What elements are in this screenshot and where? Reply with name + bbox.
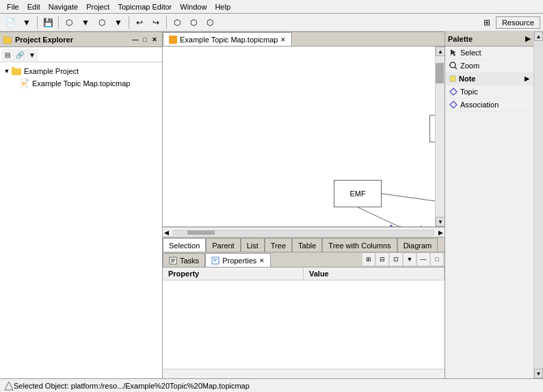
bottom-btn1[interactable]: ⊞ (362, 253, 375, 265)
vscroll-track[interactable] (436, 56, 445, 217)
palette-section-note[interactable]: Note ▶ (445, 73, 533, 86)
palette-menu-btn[interactable]: ▶ (525, 35, 531, 42)
palette-item-association[interactable]: Association (445, 99, 533, 112)
hscroll-track[interactable] (173, 230, 434, 235)
property-col-header: Property (163, 267, 304, 280)
hscroll-right-btn[interactable]: ▶ (437, 229, 445, 236)
svg-rect-1 (3, 36, 7, 38)
explorer-maximize-btn[interactable]: □ (140, 35, 150, 44)
toolbar-btn3[interactable]: ⬡ (62, 15, 77, 30)
toolbar-btn7[interactable]: ⬡ (170, 15, 185, 30)
association-icon (449, 101, 458, 109)
canvas-tab-selection[interactable]: Selection (163, 238, 206, 252)
canvas-tab-list[interactable]: List (241, 238, 265, 252)
canvas-tab-table[interactable]: Table (292, 238, 322, 252)
menu-window[interactable]: Window (176, 1, 211, 12)
canvas-tab-tree-columns[interactable]: Tree with Columns (322, 238, 397, 252)
bottom-tab-tasks[interactable]: Tasks (163, 253, 205, 267)
toolbar-redo-btn[interactable]: ↪ (148, 15, 163, 30)
svg-marker-25 (450, 101, 457, 108)
node-emf[interactable]: EMF (334, 180, 382, 207)
menu-bar: File Edit Navigate Project Topicmap Edit… (0, 0, 543, 14)
menu-file[interactable]: File (3, 1, 23, 12)
project-folder-icon (11, 66, 22, 77)
menu-navigate[interactable]: Navigate (44, 1, 82, 12)
bottom-panel: Tasks Properties ✕ ⊞ ⊟ ⊡ ▼ (163, 252, 445, 378)
diagram-connections-svg (163, 47, 445, 226)
properties-tab-close[interactable]: ✕ (259, 257, 265, 264)
palette-scroll-down[interactable]: ▼ (534, 369, 543, 378)
vscroll-down-btn[interactable]: ▼ (436, 217, 445, 226)
dep-diamond-2 (387, 224, 395, 227)
palette-panel: Palette ▶ Select Zoom (445, 31, 533, 378)
tree-root-item[interactable]: ▼ Example Project (3, 65, 159, 77)
menu-project[interactable]: Project (82, 1, 114, 12)
properties-content (163, 280, 445, 369)
toolbar-btn2[interactable]: ▼ (19, 15, 34, 30)
palette-topic-label: Topic (460, 88, 478, 96)
bottom-maximize-btn[interactable]: □ (431, 253, 443, 265)
menu-edit[interactable]: Edit (23, 1, 44, 12)
explorer-link-btn[interactable]: 🔗 (14, 49, 26, 61)
palette-scroll-track[interactable] (534, 41, 543, 369)
menu-help[interactable]: Help (211, 1, 235, 12)
editor-tab-label: Example Topic Map.topicmap (180, 36, 278, 44)
toolbar-save-btn[interactable]: 💾 (40, 15, 55, 30)
bottom-minimize-btn[interactable]: — (417, 253, 429, 265)
palette-item-select[interactable]: Select (445, 47, 533, 60)
toolbar-btn8[interactable]: ⬡ (186, 15, 201, 30)
toolbar-resource-btn[interactable]: Resource (496, 16, 540, 29)
canvas-nav-tabs: Selection Parent List Tree Table Tree wi… (163, 237, 445, 252)
select-cursor-icon (449, 49, 458, 57)
tree-file-item[interactable]: Example Topic Map.topicmap (11, 77, 159, 90)
vscroll-thumb (436, 63, 444, 83)
bottom-btn3[interactable]: ⊡ (390, 253, 402, 265)
explorer-menu-btn[interactable]: ▼ (26, 49, 38, 61)
explorer-close-btn[interactable]: ✕ (150, 35, 159, 44)
properties-tab-label: Properties (222, 257, 256, 265)
toolbar-undo-btn[interactable]: ↩ (132, 15, 147, 30)
editor-tab-close[interactable]: ✕ (280, 36, 286, 43)
diagram-canvas-area[interactable]: GEF EMF GMF dependency (163, 47, 445, 227)
status-text: Selected Object: platform:/reso.../Examp… (14, 382, 250, 390)
palette-title: Palette (448, 35, 525, 43)
toolbar-btn4[interactable]: ▼ (78, 15, 93, 30)
bottom-hscroll[interactable] (163, 369, 445, 378)
palette-note-label: Note (459, 75, 475, 83)
palette-vscroll[interactable]: ▲ ▼ (533, 31, 543, 378)
editor-panel: Example Topic Map.topicmap ✕ (163, 31, 445, 378)
canvas-tab-parent[interactable]: Parent (206, 238, 240, 252)
toolbar-perspective-btn[interactable]: ⊞ (479, 15, 494, 30)
canvas-vscroll[interactable]: ▲ ▼ (435, 47, 445, 226)
palette-zoom-label: Zoom (460, 62, 479, 70)
svg-line-12 (358, 207, 409, 226)
status-bar: Selected Object: platform:/reso.../Examp… (0, 378, 543, 392)
toolbar-btn9[interactable]: ⬡ (202, 15, 217, 30)
toolbar-btn6[interactable]: ▼ (111, 15, 126, 30)
toolbar-sep2 (58, 16, 59, 29)
bottom-btn4[interactable]: ▼ (403, 253, 416, 265)
vscroll-up-btn[interactable]: ▲ (436, 47, 445, 56)
palette-scroll-up[interactable]: ▲ (534, 31, 543, 41)
canvas-tab-tree[interactable]: Tree (265, 238, 292, 252)
hscroll-left-btn[interactable]: ◀ (163, 229, 170, 236)
note-section-icon (449, 75, 456, 82)
toolbar-new-btn[interactable]: 📄 (3, 15, 18, 30)
explorer-minimize-btn[interactable]: — (131, 35, 140, 44)
bottom-tab-properties[interactable]: Properties ✕ (205, 253, 271, 267)
tasks-tab-label: Tasks (180, 257, 199, 265)
bottom-btn2[interactable]: ⊟ (376, 253, 388, 265)
palette-item-topic[interactable]: Topic (445, 86, 533, 99)
menu-topicmap-editor[interactable]: Topicmap Editor (114, 1, 176, 12)
explorer-collapse-btn[interactable]: ⊟ (1, 49, 14, 61)
tree-expand-icon[interactable]: ▼ (3, 67, 11, 75)
toolbar-sep4 (166, 16, 167, 29)
canvas-hscroll[interactable]: ◀ ▶ (163, 227, 445, 237)
toolbar-btn5[interactable]: ⬡ (94, 15, 109, 30)
svg-line-22 (455, 67, 457, 69)
explorer-toolbar: ⊟ 🔗 ▼ (0, 47, 162, 62)
editor-tab-topicmap[interactable]: Example Topic Map.topicmap ✕ (163, 32, 292, 46)
canvas-tab-diagram[interactable]: Diagram (397, 238, 438, 252)
palette-item-zoom[interactable]: Zoom (445, 60, 533, 73)
canvas-wrapper: GEF EMF GMF dependency (163, 47, 445, 252)
